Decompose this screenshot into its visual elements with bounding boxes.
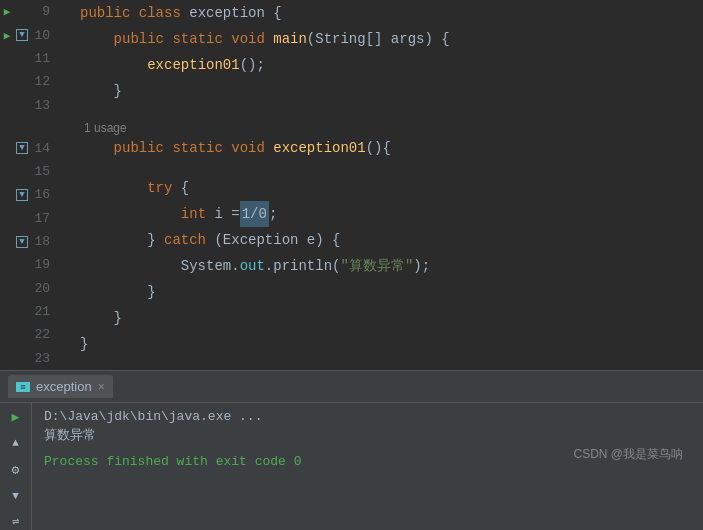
code-line-10: public static void main(String[] args) { [80, 26, 703, 52]
code-line-11: exception01(); [80, 52, 703, 78]
method-main: main [273, 26, 307, 52]
indent17 [80, 201, 181, 227]
fold-icon-18[interactable]: ▼ [16, 236, 28, 248]
close-brace-21: } [80, 305, 122, 331]
call-end: (); [240, 52, 265, 78]
fold-icon-16[interactable]: ▼ [16, 189, 28, 201]
code-line-13 [80, 104, 703, 117]
run-tab-icon: ≡ [16, 382, 30, 392]
gutter-row-12: 12 [0, 70, 70, 93]
kw-int: int [181, 201, 215, 227]
run-tab[interactable]: ≡ exception × [8, 375, 113, 398]
code-line-18: } catch (Exception e) { [80, 227, 703, 253]
line-num-22: 22 [30, 327, 50, 342]
gutter-row-23: 23 [0, 347, 70, 370]
run-watermark: CSDN @我是菜鸟呐 [573, 446, 691, 469]
no-run-18 [0, 235, 14, 249]
try-brace: { [181, 175, 189, 201]
method-exception01-call: exception01 [147, 52, 239, 78]
line-num-11: 11 [30, 51, 50, 66]
gutter-row-14: ▼ 14 [0, 136, 70, 159]
classname: exception { [189, 0, 281, 26]
line-num-12: 12 [30, 74, 50, 89]
code-line-17: int i =1/0; [80, 201, 703, 227]
no-run-14 [0, 141, 14, 155]
run-tab-bar: ≡ exception × [0, 371, 703, 403]
editor-area: ▶ 9 ▶ ▼ 10 11 12 [0, 0, 703, 370]
run-arrow-9[interactable]: ▶ [0, 5, 14, 19]
run-output: D:\Java\jdk\bin\java.exe ... 算数异常 Proces… [32, 403, 703, 530]
run-output-text: 算数异常 [44, 428, 96, 443]
run-body: ▶ ▲ ⚙ ▼ ⇌ D:\Java\jdk\bin\java.exe ... 算… [0, 403, 703, 530]
kw-public3: public [114, 135, 173, 161]
catch-stmt: } [80, 227, 164, 253]
gutter-row-10: ▶ ▼ 10 [0, 23, 70, 46]
code-line-16: try { [80, 175, 703, 201]
kw-class: class [139, 0, 189, 26]
line-num-18: 18 [30, 234, 50, 249]
code-content[interactable]: public class exception { public static v… [70, 0, 703, 370]
code-line-15 [80, 161, 703, 174]
code-line-9: public class exception { [80, 0, 703, 26]
no-run-11 [0, 51, 14, 65]
gutter-row-17: 17 [0, 207, 70, 230]
var-i: i = [214, 201, 239, 227]
run-settings-button[interactable]: ⚙ [6, 461, 26, 477]
kw-static2: static [172, 135, 231, 161]
code-line-21: } [80, 305, 703, 331]
no-run-15 [0, 164, 14, 178]
gutter-row-15: 15 [0, 160, 70, 183]
indent16 [80, 175, 147, 201]
no-run-12 [0, 75, 14, 89]
line-num-17: 17 [30, 211, 50, 226]
string-cn: "算数异常" [340, 253, 413, 279]
run-redirect-button[interactable]: ⇌ [6, 514, 26, 530]
gutter-row-21: 21 [0, 300, 70, 323]
tab-close-icon[interactable]: × [98, 380, 105, 394]
gutter-row-13: 13 [0, 93, 70, 116]
usage-hint: 1 usage [80, 121, 703, 135]
code-line-23 [80, 357, 703, 370]
run-exit-text: Process finished with exit code 0 [44, 454, 301, 469]
no-run-20 [0, 281, 14, 295]
kw-static: static [172, 26, 231, 52]
line-num-15: 15 [30, 164, 50, 179]
code-line-20: } [80, 279, 703, 305]
line-num-23: 23 [30, 351, 50, 366]
no-run-13 [0, 98, 14, 112]
run-arrow-10[interactable]: ▶ [0, 28, 14, 42]
kw-void: void [231, 26, 273, 52]
run-panel: ≡ exception × ▶ ▲ ⚙ ▼ ⇌ D:\Java\jdk\bin\… [0, 370, 703, 530]
run-result-line: 算数异常 [44, 426, 691, 444]
run-tab-text: exception [36, 379, 92, 394]
indent14 [80, 135, 114, 161]
run-up-button[interactable]: ▲ [6, 435, 26, 451]
kw-catch: catch [164, 227, 214, 253]
run-sidebar: ▶ ▲ ⚙ ▼ ⇌ [0, 403, 32, 530]
gutter-row-16: ▼ 16 [0, 183, 70, 206]
catch-param: (Exception e) { [214, 227, 340, 253]
indent10 [80, 26, 114, 52]
ide-window: ▶ 9 ▶ ▼ 10 11 12 [0, 0, 703, 530]
gutter-row-11: 11 [0, 47, 70, 70]
fold-icon-14[interactable]: ▼ [16, 142, 28, 154]
close-brace-20: } [80, 279, 156, 305]
line-num-10: 10 [30, 28, 50, 43]
line-num-9: 9 [30, 4, 50, 19]
run-command-line: D:\Java\jdk\bin\java.exe ... [44, 409, 691, 424]
line-num-21: 21 [30, 304, 50, 319]
println-end: ); [413, 253, 430, 279]
run-play-button[interactable]: ▶ [6, 409, 26, 425]
run-command-text: D:\Java\jdk\bin\java.exe ... [44, 409, 262, 424]
code-line-12: } [80, 78, 703, 104]
no-run-23 [0, 351, 14, 365]
semicolon-17: ; [269, 201, 277, 227]
fold-icon-10[interactable]: ▼ [16, 29, 28, 41]
gutter-row-19: 19 [0, 253, 70, 276]
line-num-19: 19 [30, 257, 50, 272]
run-down-button[interactable]: ▼ [6, 488, 26, 504]
no-run-21 [0, 305, 14, 319]
no-run-19 [0, 258, 14, 272]
main-params: (String[] args) { [307, 26, 450, 52]
method-parens: (){ [366, 135, 391, 161]
